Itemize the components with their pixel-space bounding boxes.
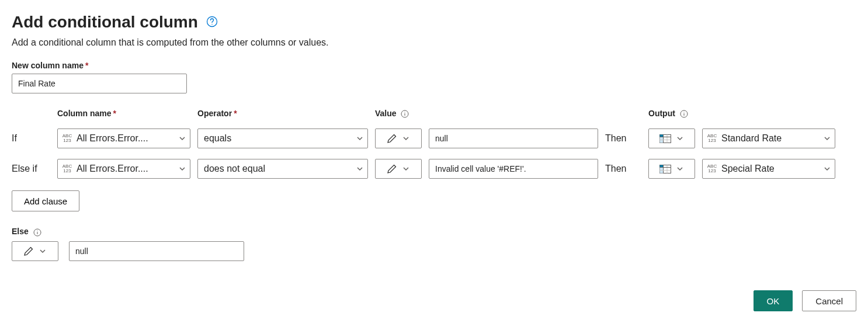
then-label: Then <box>605 133 641 144</box>
table-icon <box>659 134 671 143</box>
dialog-subtitle: Add a conditional column that is compute… <box>12 37 856 48</box>
output-type-dropdown[interactable] <box>648 159 695 179</box>
dialog-title: Add conditional column <box>12 13 198 32</box>
header-output: Output <box>648 109 835 118</box>
chevron-down-icon <box>823 134 831 143</box>
output-value: Standard Rate <box>721 133 782 144</box>
column-name-value: All Errors.Error.... <box>77 133 148 144</box>
svg-point-24 <box>37 230 37 231</box>
value-type-dropdown[interactable] <box>375 128 422 148</box>
ok-button[interactable]: OK <box>754 290 793 311</box>
new-column-name-label: New column name* <box>12 61 856 70</box>
value-input[interactable] <box>429 159 598 179</box>
pencil-icon <box>387 133 397 144</box>
header-operator: Operator* <box>197 109 368 118</box>
chevron-down-icon <box>402 134 410 143</box>
svg-point-1 <box>211 23 212 24</box>
abc123-icon: ABC123 <box>706 134 718 143</box>
output-value: Special Rate <box>721 164 775 174</box>
chevron-down-icon <box>356 165 364 173</box>
info-icon[interactable] <box>31 227 41 236</box>
chevron-down-icon <box>676 165 684 173</box>
table-icon <box>659 165 671 173</box>
value-input[interactable] <box>429 128 598 148</box>
column-name-value: All Errors.Error.... <box>77 164 148 174</box>
abc123-icon: ABC123 <box>61 164 73 173</box>
chevron-down-icon <box>402 165 410 173</box>
row-prefix-if: If <box>12 133 50 144</box>
chevron-down-icon <box>356 134 364 143</box>
cancel-button[interactable]: Cancel <box>802 290 856 311</box>
info-icon[interactable] <box>398 109 409 118</box>
chevron-down-icon <box>676 134 684 143</box>
column-name-dropdown[interactable]: ABC123 All Errors.Error.... <box>57 159 190 179</box>
chevron-down-icon <box>178 165 186 173</box>
svg-point-7 <box>683 112 684 113</box>
chevron-down-icon <box>823 165 831 173</box>
output-column-dropdown[interactable]: ABC123 Special Rate <box>702 159 835 179</box>
column-name-dropdown[interactable]: ABC123 All Errors.Error.... <box>57 128 190 148</box>
pencil-icon <box>23 246 34 256</box>
else-value-input[interactable] <box>69 241 244 261</box>
operator-dropdown[interactable]: equals <box>197 128 368 148</box>
pencil-icon <box>387 164 397 174</box>
header-value: Value <box>375 109 598 118</box>
chevron-down-icon <box>178 134 186 143</box>
svg-rect-9 <box>660 134 664 137</box>
svg-point-4 <box>405 112 405 113</box>
else-label: Else <box>12 227 856 236</box>
chevron-down-icon <box>39 247 47 255</box>
help-icon[interactable] <box>206 16 218 29</box>
new-column-name-input[interactable] <box>12 74 187 93</box>
add-clause-button[interactable]: Add clause <box>12 190 79 211</box>
then-label: Then <box>605 164 641 174</box>
value-type-dropdown[interactable] <box>375 159 422 179</box>
info-icon[interactable] <box>678 109 688 118</box>
operator-value: equals <box>202 133 231 144</box>
svg-rect-16 <box>660 165 664 167</box>
abc123-icon: ABC123 <box>61 134 73 143</box>
output-type-dropdown[interactable] <box>648 128 695 148</box>
operator-value: does not equal <box>202 164 265 174</box>
row-prefix-elseif: Else if <box>12 164 50 174</box>
header-column-name: Column name* <box>57 109 190 118</box>
abc123-icon: ABC123 <box>706 164 718 173</box>
operator-dropdown[interactable]: does not equal <box>197 159 368 179</box>
else-type-dropdown[interactable] <box>12 241 58 261</box>
output-column-dropdown[interactable]: ABC123 Standard Rate <box>702 128 835 148</box>
